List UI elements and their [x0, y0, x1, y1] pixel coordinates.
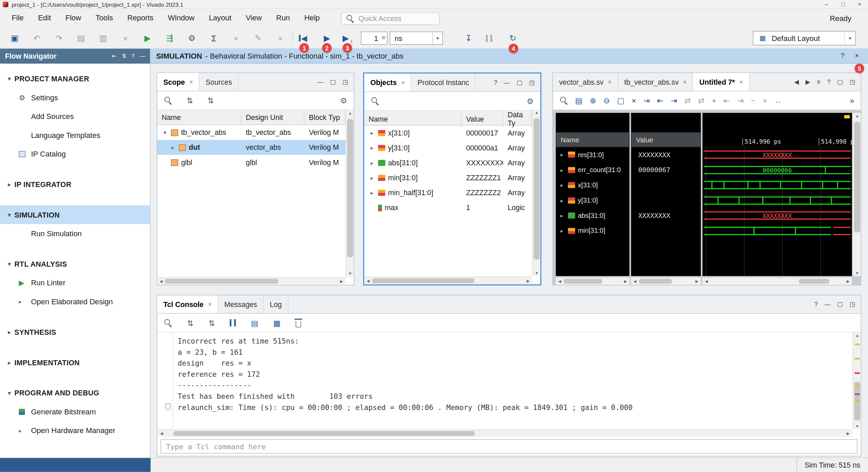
crosshair-off-icon[interactable]: × — [632, 96, 636, 105]
flow-item-open-hardware-manager[interactable]: ▸ Open Hardware Manager — [0, 421, 150, 440]
wave-signal-row[interactable]: ▸y[31:0] — [556, 193, 629, 208]
horizontal-scrollbar[interactable]: ◀ ▶ — [157, 277, 346, 285]
tab-scroll-right-icon[interactable]: ▶ — [806, 78, 810, 85]
expand-collapse-icon[interactable]: ⇅ — [122, 53, 126, 59]
help-icon[interactable]: ? — [827, 79, 830, 85]
chevron-right-icon[interactable]: ▸ — [558, 197, 565, 203]
gear-icon[interactable]: ⚙ — [527, 97, 534, 105]
objects-row-min-half[interactable]: ▸min_half[31:0] ZZZZZZZ2 Array — [364, 185, 532, 200]
settings-gear-icon[interactable]: ⚙ — [187, 33, 197, 43]
tab-tcl-console[interactable]: Tcl Console × — [157, 295, 218, 313]
flow-item-language-templates[interactable]: Language Templates — [0, 126, 150, 145]
delete-icon[interactable]: × — [121, 34, 130, 43]
chevron-right-icon[interactable]: ▸ — [558, 228, 565, 234]
scope-row-tb-vector-abs[interactable]: ▾ tb_vector_abs tb_vector_abs Verilog M — [157, 125, 346, 140]
tab-vector-abs-sv[interactable]: vector_abs.sv × — [553, 73, 618, 91]
flow-section-implementation[interactable]: ▸ IMPLEMENTATION — [0, 353, 150, 372]
go-to-start-icon[interactable]: ⇤ — [724, 96, 730, 105]
fit-width-icon[interactable]: ↔ — [774, 96, 782, 105]
menu-tools[interactable]: Tools — [88, 11, 120, 25]
horizontal-scrollbar[interactable]: ◀ ▶ — [364, 276, 532, 284]
scroll-up-icon[interactable]: ▲ — [853, 114, 861, 118]
maximize-icon[interactable]: ▢ — [837, 301, 843, 308]
search-icon[interactable] — [164, 96, 172, 104]
window-minimize-button[interactable]: – — [818, 1, 835, 7]
tab-objects[interactable]: Objects × — [364, 74, 411, 91]
chevron-right-icon[interactable]: ▸ — [170, 144, 176, 150]
chevron-right-icon[interactable]: ▸ — [369, 145, 375, 151]
layout-selector[interactable]: ▦ Default Layout ▾ — [753, 31, 856, 45]
menu-edit[interactable]: Edit — [31, 11, 58, 25]
wave-plot-area[interactable]: 514,996 ps 514,998 ps XXXXXXXX 00000066 — [703, 113, 852, 276]
collapse-all-icon[interactable]: ⇅ — [208, 96, 214, 105]
column-design-unit[interactable]: Design Unit — [241, 110, 304, 124]
scroll-down-icon[interactable]: ▼ — [853, 424, 861, 428]
help-icon[interactable]: ? — [132, 53, 135, 59]
objects-row-abs[interactable]: ▸abs[31:0] XXXXXXXX Array — [364, 156, 532, 170]
scroll-down-icon[interactable]: ▼ — [346, 272, 354, 275]
undo-icon[interactable]: ↶ — [32, 33, 42, 43]
tab-log[interactable]: Log — [264, 295, 289, 313]
remove-marker-icon[interactable]: − — [751, 96, 755, 105]
flow-item-run-linter[interactable]: ▶ Run Linter — [0, 273, 150, 292]
objects-row-y[interactable]: ▸y[31:0] 000000a1 Array — [364, 141, 532, 156]
collapse-panel-icon[interactable]: ⇤ — [112, 53, 117, 59]
clear-console-icon[interactable] — [296, 321, 301, 327]
wave-name-header[interactable]: Name — [556, 132, 629, 147]
flow-section-simulation[interactable]: ▾ SIMULATION — [0, 205, 150, 224]
scope-row-dut[interactable]: ▸ dut vector_abs Verilog M — [157, 140, 346, 155]
chevron-right-icon[interactable]: ▸ — [558, 167, 565, 173]
scope-row-glbl[interactable]: glbl glbl Verilog M — [157, 155, 346, 170]
chevron-right-icon[interactable]: ▸ — [369, 190, 375, 196]
close-icon[interactable]: × — [189, 79, 193, 85]
zoom-out-icon[interactable]: ⊖ — [604, 96, 610, 105]
collapse-all-icon[interactable]: ⇅ — [209, 319, 215, 327]
scroll-left-icon[interactable]: ◀ — [157, 279, 165, 284]
float-icon[interactable]: ◳ — [849, 301, 855, 308]
menu-file[interactable]: File — [4, 11, 31, 25]
cancel-icon[interactable]: × — [231, 34, 241, 43]
copy-icon[interactable]: ▤ — [251, 319, 258, 327]
scroll-right-icon[interactable]: ▶ — [844, 279, 852, 284]
tab-tb-vector-abs-sv[interactable]: tb_vector_abs.sv × — [618, 73, 693, 91]
help-icon[interactable]: ? — [494, 79, 497, 86]
vertical-scrollbar[interactable]: ▲ ▼ — [852, 332, 861, 429]
wave-signal-row[interactable]: ▸res[31:0] — [556, 147, 629, 162]
wave-signal-row[interactable]: ▸x[31:0] — [556, 178, 629, 193]
scroll-left-icon[interactable]: ◀ — [703, 279, 710, 284]
menu-window[interactable]: Window — [161, 11, 202, 25]
chevron-right-icon[interactable]: ▸ — [558, 212, 565, 219]
flow-item-settings[interactable]: ⚙ Settings — [0, 88, 150, 107]
tab-scope[interactable]: Scope × — [157, 73, 200, 91]
open-project-icon[interactable]: ▣ — [10, 33, 19, 43]
overflow-icon[interactable]: » — [850, 96, 854, 105]
tab-list-icon[interactable]: ≡ — [817, 79, 820, 85]
redo-icon[interactable]: ↷ — [54, 33, 64, 43]
flow-item-run-simulation[interactable]: Run Simulation — [0, 224, 150, 243]
wave-signal-row[interactable]: ▸min[31:0] — [556, 223, 629, 239]
go-to-time-icon[interactable]: ⇥ — [643, 96, 650, 105]
scroll-up-icon[interactable]: ▲ — [533, 111, 541, 115]
menu-run[interactable]: Run — [269, 11, 297, 25]
go-to-end-icon[interactable]: ⇥ — [737, 96, 744, 105]
add-marker-icon[interactable]: + — [712, 96, 716, 105]
cancel2-icon[interactable]: × — [276, 34, 285, 43]
flow-item-ip-catalog[interactable]: IP Catalog — [0, 144, 150, 163]
close-icon[interactable]: × — [208, 301, 212, 308]
search-icon[interactable] — [164, 319, 172, 327]
scroll-left-icon[interactable]: ◀ — [631, 279, 639, 284]
scroll-right-icon[interactable]: ▶ — [338, 279, 346, 284]
swap2-icon[interactable]: ⇄ — [698, 96, 705, 105]
tab-protocol-instances[interactable]: Protocol Instanc — [411, 74, 476, 91]
simulation-time-input[interactable]: 1 ⊗ — [361, 32, 387, 45]
objects-row-x[interactable]: ▸x[31:0] 00000017 Array — [364, 126, 532, 141]
flow-item-generate-bitstream[interactable]: Generate Bitstream — [0, 402, 150, 421]
chevron-right-icon[interactable]: ▸ — [369, 160, 375, 166]
next-transition-icon[interactable]: ⇥ — [671, 96, 677, 105]
name-column-scrollbar[interactable]: ◀ ▶ — [556, 277, 629, 285]
reports-sigma-icon[interactable]: Σ — [209, 34, 219, 43]
wave-value-header[interactable]: Value — [631, 132, 701, 147]
float-icon[interactable]: ◳ — [342, 78, 348, 85]
delete-icon[interactable]: × — [763, 96, 767, 105]
scroll-right-icon[interactable]: ▶ — [524, 279, 532, 283]
